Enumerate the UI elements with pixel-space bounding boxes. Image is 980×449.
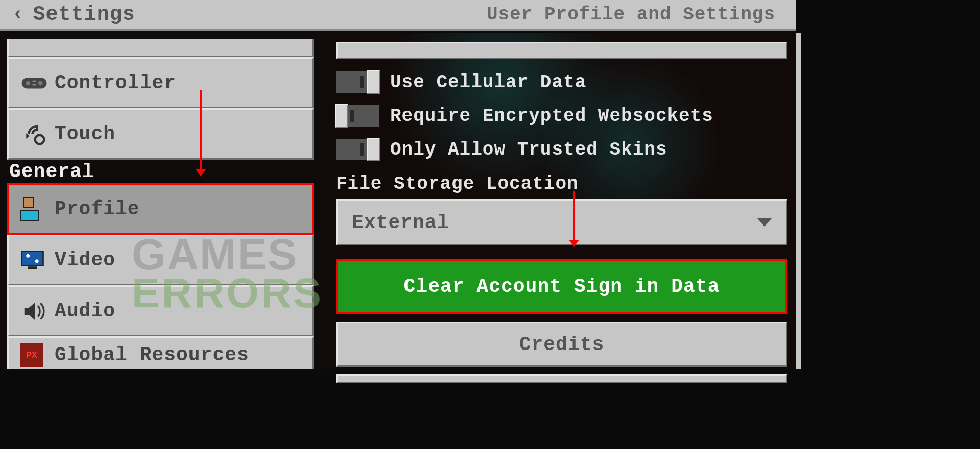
scrollbar[interactable] <box>796 33 801 369</box>
storage-dropdown[interactable]: External <box>336 199 787 245</box>
toggle-label: Only Allow Trusted Skins <box>390 139 667 160</box>
sidebar-item-partial[interactable] <box>7 39 314 58</box>
toggle-row-websockets: Require Encrypted Websockets <box>336 105 796 127</box>
sidebar-item-profile[interactable]: Profile <box>7 183 314 235</box>
annotation-arrow <box>573 191 575 241</box>
sidebar-item-touch[interactable]: Touch <box>7 108 314 160</box>
sidebar-item-label: Touch <box>55 123 115 145</box>
toggle-label: Require Encrypted Websockets <box>390 106 713 127</box>
toggle-row-trusted-skins: Only Allow Trusted Skins <box>336 139 796 160</box>
toggle-cellular[interactable] <box>336 71 379 93</box>
svg-point-7 <box>26 254 30 257</box>
page-subtitle: User Profile and Settings <box>487 4 775 25</box>
storage-label: File Storage Location <box>336 173 796 194</box>
sidebar-item-label: Profile <box>55 198 140 220</box>
sidebar-item-label: Video <box>55 249 115 271</box>
clear-signin-button[interactable]: Clear Account Sign in Data <box>336 259 787 314</box>
content-top-bar <box>336 42 787 59</box>
svg-point-5 <box>35 135 44 144</box>
chevron-down-icon <box>757 218 772 227</box>
svg-rect-3 <box>33 80 36 82</box>
toggle-row-cellular: Use Cellular Data <box>336 71 796 93</box>
section-heading-general: General <box>7 160 314 184</box>
svg-point-1 <box>26 81 30 85</box>
sidebar-item-video[interactable]: Video <box>7 234 314 286</box>
dropdown-value: External <box>352 212 449 234</box>
svg-rect-9 <box>28 266 37 269</box>
back-icon[interactable]: ‹ <box>12 4 24 25</box>
svg-point-2 <box>38 81 43 85</box>
sidebar-item-label: Global Resources <box>55 344 249 366</box>
svg-rect-4 <box>33 84 36 85</box>
audio-icon <box>20 297 55 326</box>
toggle-label: Use Cellular Data <box>390 72 586 93</box>
video-icon <box>20 246 55 275</box>
toggle-websockets[interactable] <box>336 105 379 127</box>
global-resources-icon: PX <box>20 343 55 367</box>
sidebar-item-audio[interactable]: Audio <box>7 285 314 337</box>
sidebar-item-label: Audio <box>55 300 115 322</box>
settings-sidebar: Controller Touch General Profile Video A… <box>0 33 322 369</box>
page-title: Settings <box>33 3 135 26</box>
sidebar-item-label: Controller <box>55 72 176 94</box>
controller-icon <box>20 69 55 97</box>
sidebar-item-controller[interactable]: Controller <box>7 57 314 109</box>
touch-icon <box>20 120 55 148</box>
credits-button[interactable]: Credits <box>336 322 787 367</box>
svg-rect-6 <box>22 251 43 265</box>
settings-content: Use Cellular Data Require Encrypted Webs… <box>328 33 796 369</box>
sidebar-item-global-resources[interactable]: PX Global Resources <box>7 336 314 369</box>
settings-header: ‹ Settings User Profile and Settings <box>0 0 796 31</box>
annotation-arrow <box>200 90 202 170</box>
content-bottom-bar[interactable] <box>336 374 787 383</box>
svg-rect-0 <box>22 78 47 88</box>
svg-point-8 <box>35 259 39 263</box>
profile-icon <box>20 197 55 221</box>
toggle-trusted-skins[interactable] <box>336 139 379 160</box>
